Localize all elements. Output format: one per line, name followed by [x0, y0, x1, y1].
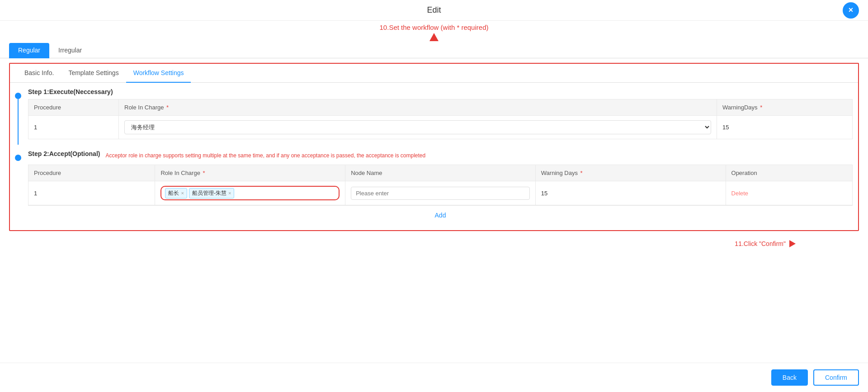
- tab-template-settings[interactable]: Template Settings: [61, 64, 126, 83]
- step2-body: Step 2:Accept(Optional) Acceptor role in…: [26, 145, 858, 230]
- tab-regular[interactable]: Regular: [9, 43, 49, 58]
- tab-basic-info[interactable]: Basic Info.: [17, 64, 61, 83]
- header: Edit ×: [0, 0, 868, 21]
- steps-wrapper: Step 1:Execute(Neccessary) Procedure Rol…: [10, 83, 858, 230]
- step1-table: Procedure Role In Charge * WarningDays *: [28, 99, 853, 139]
- close-button[interactable]: ×: [843, 2, 859, 19]
- step2-col-operation: Operation: [726, 165, 852, 181]
- step2-col-role: Role In Charge *: [155, 165, 345, 181]
- step2-procedure-cell: 1: [28, 181, 155, 205]
- annotation-text-top: 10.Set the workflow (with * required): [380, 24, 489, 31]
- step2-header: Step 2:Accept(Optional) Acceptor role in…: [28, 150, 853, 161]
- tab-workflow-settings[interactable]: Workflow Settings: [126, 64, 191, 83]
- step1-role-cell: 海务经理: [119, 116, 717, 139]
- step2-node-input[interactable]: [351, 187, 530, 200]
- step1-body: Step 1:Execute(Neccessary) Procedure Rol…: [26, 83, 858, 145]
- step2-col-node: Node Name: [345, 165, 536, 181]
- add-link[interactable]: Add: [435, 212, 446, 219]
- add-row: Add: [28, 205, 853, 225]
- step1-procedure-cell: 1: [28, 116, 119, 139]
- tag-crew-close[interactable]: ×: [228, 190, 231, 196]
- step1-warning-cell: 15: [717, 116, 853, 139]
- step1-connector: [18, 99, 19, 145]
- inner-tab-row: Basic Info. Template Settings Workflow S…: [10, 64, 858, 83]
- page-container: Edit × 10.Set the workflow (with * requi…: [0, 0, 868, 392]
- tag-captain-close[interactable]: ×: [181, 190, 184, 196]
- step1-table-row: 1 海务经理 15: [28, 116, 853, 139]
- tag-captain: 船长 ×: [165, 188, 187, 198]
- step2-title: Step 2:Accept(Optional): [28, 150, 100, 157]
- step1-dot: [15, 93, 21, 99]
- step2-warning-cell: 15: [535, 181, 726, 205]
- step2-tag-container: 船长 × 船员管理-朱慧 ×: [160, 186, 340, 200]
- step2-col-procedure: Procedure: [28, 165, 155, 181]
- main-tab-row: Regular Irregular: [0, 43, 868, 58]
- step1-col-procedure: Procedure: [28, 99, 119, 116]
- step1-col-role: Role In Charge *: [119, 99, 717, 116]
- main-content-box: Basic Info. Template Settings Workflow S…: [9, 63, 859, 231]
- footer: Back Confirm: [0, 363, 868, 392]
- step1-title: Step 1:Execute(Neccessary): [28, 88, 853, 95]
- step2-table: Procedure Role In Charge * Node Name: [28, 165, 853, 205]
- arrow-left-icon: [789, 240, 796, 247]
- delete-button[interactable]: Delete: [731, 190, 749, 197]
- accept-annotation: Acceptor role in charge supports setting…: [105, 152, 425, 159]
- step1-row: Step 1:Execute(Neccessary) Procedure Rol…: [10, 83, 858, 145]
- step2-indicator: [10, 145, 26, 230]
- step2-role-cell: 船长 × 船员管理-朱慧 ×: [155, 181, 345, 205]
- annotation-text-bottom: 11.Click "Confirm": [735, 240, 786, 247]
- bottom-annotation: 11.Click "Confirm": [0, 236, 868, 251]
- tag-crew: 船员管理-朱慧 ×: [189, 188, 234, 198]
- page-title: Edit: [427, 5, 441, 15]
- step2-col-warning: Warning Days *: [535, 165, 726, 181]
- step2-row: Step 2:Accept(Optional) Acceptor role in…: [10, 145, 858, 230]
- step1-indicator: [10, 83, 26, 145]
- step2-table-row: 1 船长 × 船员管理-朱慧: [28, 181, 853, 205]
- step2-operation-cell: Delete: [726, 181, 852, 205]
- step1-role-select[interactable]: 海务经理: [124, 120, 711, 134]
- step1-col-warning: WarningDays *: [717, 99, 853, 116]
- step2-node-cell[interactable]: [345, 181, 536, 205]
- arrow-up-icon: [429, 33, 439, 41]
- step2-dot: [15, 155, 21, 161]
- top-annotation: 10.Set the workflow (with * required): [0, 21, 868, 43]
- back-button[interactable]: Back: [771, 369, 808, 386]
- confirm-button[interactable]: Confirm: [813, 369, 859, 386]
- tab-irregular[interactable]: Irregular: [49, 43, 91, 58]
